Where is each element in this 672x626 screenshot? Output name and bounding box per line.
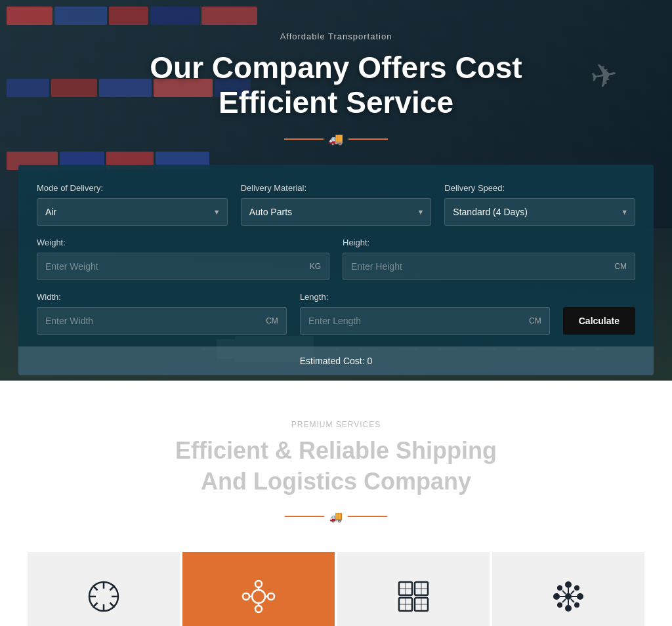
weight-unit: KG [310, 262, 321, 271]
width-input[interactable] [45, 316, 261, 326]
length-label: Length: [300, 292, 550, 302]
mode-of-delivery-select[interactable]: Air Sea Ground [45, 207, 219, 217]
hero-truck-icon: 🚚 [329, 132, 343, 146]
mode-of-delivery-group: Mode of Delivery: Air Sea Ground ▼ [37, 183, 228, 226]
length-input-wrap[interactable]: CM [300, 307, 550, 335]
section-divider: 🚚 [26, 511, 646, 523]
delivery-material-select-wrap[interactable]: Auto Parts Electronics Furniture Perisha… [241, 198, 432, 226]
form-row-weight-height: Weight: KG Height: CM [37, 238, 635, 280]
svg-point-13 [268, 593, 274, 600]
form-row-width-length-calc: Width: CM Length: CM Calculate [37, 292, 635, 335]
svg-line-6 [110, 602, 115, 607]
svg-point-38 [557, 602, 562, 608]
length-input[interactable] [308, 316, 524, 326]
delivery-speed-select[interactable]: Standard (4 Days) Express (2 Days) Overn… [453, 207, 627, 217]
hero-line-left [284, 138, 324, 140]
svg-point-9 [252, 590, 265, 603]
hero-divider: 🚚 [139, 132, 533, 146]
svg-line-8 [93, 602, 98, 607]
svg-point-35 [557, 585, 562, 591]
height-group: Height: CM [343, 238, 635, 280]
estimated-cost-bar: Estimated Cost: 0 [18, 346, 654, 375]
width-unit: CM [266, 316, 278, 325]
delivery-speed-group: Delivery Speed: Standard (4 Days) Expres… [444, 183, 635, 226]
hero-subtitle: Affordable Transportation [139, 31, 533, 41]
account-management-icon [238, 575, 280, 617]
svg-point-12 [243, 593, 249, 600]
svg-point-34 [577, 593, 583, 600]
delivery-material-select[interactable]: Auto Parts Electronics Furniture Perisha… [249, 207, 423, 217]
service-card-express-delivery[interactable]: ExpressDelivery [28, 552, 180, 626]
svg-point-11 [255, 606, 262, 612]
service-cards-container: ExpressDelivery AccountManagement [26, 552, 646, 626]
calculate-button[interactable]: Calculate [563, 307, 635, 335]
svg-line-5 [93, 585, 98, 590]
hero-title: Our Company Offers Cost Efficient Servic… [139, 51, 533, 120]
svg-point-32 [565, 605, 572, 612]
height-input-wrap[interactable]: CM [343, 253, 635, 280]
svg-point-33 [553, 593, 560, 600]
delivery-material-group: Delivery Material: Auto Parts Electronic… [241, 183, 432, 226]
form-row-dropdowns: Mode of Delivery: Air Sea Ground ▼ Deliv… [37, 183, 635, 226]
airplane-bg: ✈ [587, 55, 621, 97]
svg-line-45 [571, 591, 574, 594]
svg-point-10 [255, 581, 262, 587]
service-card-account-management[interactable]: AccountManagement [182, 552, 335, 626]
section-title: Efficient & Reliable Shipping And Logist… [152, 436, 520, 497]
estimated-cost-text: Estimated Cost: 0 [300, 356, 373, 366]
active-tracking-icon [392, 575, 434, 617]
section-line-right [348, 516, 387, 517]
section-truck-icon: 🚚 [329, 511, 343, 523]
mode-of-delivery-label: Mode of Delivery: [37, 183, 228, 193]
weight-label: Weight: [37, 238, 329, 247]
delivery-speed-label: Delivery Speed: [444, 183, 635, 193]
supply-chain-icon [547, 575, 589, 617]
length-unit: CM [529, 316, 541, 325]
section-line-left [285, 516, 324, 517]
hero-line-right [348, 138, 388, 140]
svg-line-44 [571, 599, 574, 602]
delivery-material-label: Delivery Material: [241, 183, 432, 193]
height-input[interactable] [351, 261, 609, 272]
svg-line-43 [562, 591, 566, 594]
svg-line-7 [110, 585, 115, 590]
section-subtitle: Premium Services [26, 420, 646, 429]
svg-point-37 [574, 585, 579, 591]
weight-input[interactable] [45, 261, 304, 272]
weight-group: Weight: KG [37, 238, 329, 280]
express-delivery-icon [83, 575, 125, 617]
services-section: Premium Services Efficient & Reliable Sh… [0, 381, 672, 626]
height-unit: CM [614, 262, 627, 271]
svg-point-30 [565, 593, 572, 600]
height-label: Height: [343, 238, 635, 247]
weight-input-wrap[interactable]: KG [37, 253, 329, 280]
service-card-active-tracking[interactable]: ActiveTracking [337, 552, 490, 626]
mode-of-delivery-select-wrap[interactable]: Air Sea Ground ▼ [37, 198, 228, 226]
width-input-wrap[interactable]: CM [37, 307, 287, 335]
svg-line-46 [562, 599, 566, 602]
hero-content: Affordable Transportation Our Company Of… [139, 0, 533, 146]
svg-point-31 [565, 581, 572, 588]
svg-point-36 [574, 602, 579, 608]
hero-section: ✈ Affordable Transportation Our Company … [0, 0, 672, 381]
width-label: Width: [37, 292, 287, 302]
service-card-supply-chain[interactable]: SupplyChain [492, 552, 644, 626]
length-group: Length: CM [300, 292, 550, 335]
shipping-calculator-form: Mode of Delivery: Air Sea Ground ▼ Deliv… [18, 165, 654, 375]
delivery-speed-select-wrap[interactable]: Standard (4 Days) Express (2 Days) Overn… [444, 198, 635, 226]
width-group: Width: CM [37, 292, 287, 335]
